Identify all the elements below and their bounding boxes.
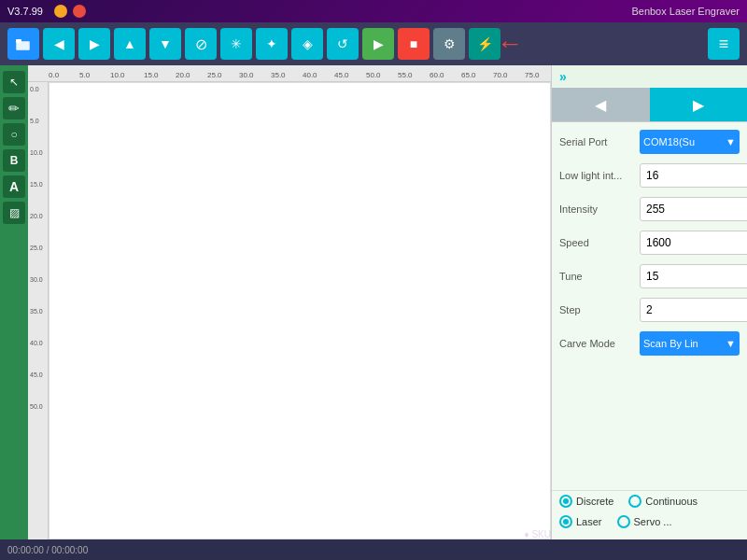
ruler-v-45: 45.0	[30, 371, 43, 378]
text-bold-tool[interactable]: B	[3, 149, 25, 172]
version-label: V3.7.99	[7, 6, 43, 17]
ruler-v-20: 20.0	[30, 213, 43, 219]
servo-radio[interactable]: Servo ...	[617, 515, 672, 528]
discrete-radio-circle	[559, 495, 572, 508]
discrete-continuous-row: Discrete Continuous	[559, 495, 740, 508]
text-tool[interactable]: A	[3, 175, 25, 198]
lightning-button[interactable]: ⚡	[469, 28, 500, 60]
ruler-tick-70: 70.0	[493, 71, 508, 79]
circle-tool[interactable]: ○	[3, 123, 25, 146]
ruler-tick-50: 50.0	[366, 71, 381, 79]
servo-label: Servo ...	[634, 516, 672, 527]
ruler-v-40: 40.0	[30, 340, 43, 346]
step-row: Step	[559, 298, 740, 322]
arrow-indicator: ←	[497, 31, 523, 57]
ruler-v-15: 15.0	[30, 181, 43, 188]
settings-button[interactable]: ⚙	[433, 28, 465, 60]
laser-servo-row: Laser Servo ...	[559, 515, 740, 528]
serial-port-row: Serial Port COM18(Su ▼	[559, 130, 740, 154]
ruler-left: 0.0 5.0 10.0 15.0 20.0 25.0 30.0 35.0 40…	[28, 82, 49, 539]
play-button[interactable]: ▶	[362, 28, 394, 60]
star-button[interactable]: ✦	[256, 28, 288, 60]
ruler-tick-75: 75.0	[525, 71, 540, 79]
chevron-down-icon: ▼	[726, 136, 736, 147]
svg-rect-2	[16, 39, 21, 43]
ruler-tick-40: 40.0	[303, 71, 317, 79]
next-button[interactable]: ▶	[78, 28, 110, 60]
select-tool[interactable]: ↖	[3, 71, 25, 93]
step-input[interactable]	[640, 298, 747, 322]
discrete-label: Discrete	[576, 496, 613, 507]
move-up-button[interactable]: ▲	[114, 28, 146, 60]
step-label: Step	[559, 304, 634, 315]
ruler-top: 0.0 5.0 10.0 15.0 20.0 25.0 30.0 35.0 40…	[28, 65, 551, 82]
ruler-tick-15: 15.0	[144, 71, 159, 79]
diamond-button[interactable]: ◈	[291, 28, 323, 60]
laser-radio[interactable]: Laser	[559, 515, 602, 528]
speed-input[interactable]	[640, 231, 747, 255]
continuous-label: Continuous	[645, 496, 698, 507]
intensity-label: Intensity	[559, 203, 634, 215]
continuous-radio-circle	[628, 495, 641, 508]
main-area: ↖ ✏ ○ B A ▨ 0.0 5.0 10.0 15.0 20.0 25.0 …	[0, 65, 747, 539]
carve-mode-label: Carve Mode	[559, 338, 634, 349]
titlebar-left: V3.7.99	[7, 5, 86, 18]
carve-mode-select[interactable]: Scan By Lin ▼	[640, 331, 740, 356]
right-panel: » ◀ ▶ Serial Port COM18(Su ▼ Low light i…	[551, 65, 747, 539]
ruler-tick-0: 0.0	[49, 71, 59, 79]
low-light-row: Low light int...	[559, 163, 740, 188]
low-light-input[interactable]	[640, 163, 747, 188]
ruler-v-30: 30.0	[30, 276, 43, 283]
panel-prev-button[interactable]: ◀	[552, 88, 650, 121]
titlebar: V3.7.99 Benbox Laser Engraver	[0, 0, 747, 22]
minimize-button[interactable]	[54, 5, 67, 18]
circle-button[interactable]: ⊘	[185, 28, 217, 60]
panel-next-button[interactable]: ▶	[650, 88, 748, 121]
close-button[interactable]	[73, 5, 86, 18]
canvas-content[interactable]	[49, 82, 551, 539]
ruler-tick-10: 10.0	[110, 71, 125, 79]
discrete-radio[interactable]: Discrete	[559, 495, 613, 508]
app-title: Benbox Laser Engraver	[631, 6, 740, 17]
asterisk-button[interactable]: ✳	[220, 28, 252, 60]
stop-button[interactable]: ■	[398, 28, 430, 60]
intensity-row: Intensity	[559, 197, 740, 221]
move-down-button[interactable]: ▼	[149, 28, 181, 60]
panel-expand-icon[interactable]: »	[559, 69, 567, 84]
ruler-v-25: 25.0	[30, 245, 43, 251]
rotate-button[interactable]: ↺	[327, 28, 359, 60]
menu-button[interactable]: ≡	[708, 28, 740, 60]
image-tool[interactable]: ▨	[3, 202, 25, 224]
pen-tool[interactable]: ✏	[3, 97, 25, 119]
ruler-tick-35: 35.0	[271, 71, 286, 79]
open-file-button[interactable]	[7, 28, 39, 60]
serial-port-select[interactable]: COM18(Su ▼	[640, 130, 740, 154]
laser-radio-circle	[559, 515, 572, 528]
panel-fields: Serial Port COM18(Su ▼ Low light int... …	[552, 122, 747, 490]
ruler-v-35: 35.0	[30, 308, 43, 315]
ruler-tick-45: 45.0	[334, 71, 349, 79]
canvas-area[interactable]: 0.0 5.0 10.0 15.0 20.0 25.0 30.0 35.0 40…	[28, 65, 551, 539]
watermark: ♦ SKU	[525, 529, 551, 539]
speed-label: Speed	[559, 237, 634, 248]
intensity-input[interactable]	[640, 197, 747, 221]
serial-port-label: Serial Port	[559, 136, 634, 147]
carve-mode-row: Carve Mode Scan By Lin ▼	[559, 331, 740, 356]
ruler-tick-65: 65.0	[461, 71, 476, 79]
panel-nav: ◀ ▶	[552, 88, 747, 122]
low-light-label: Low light int...	[559, 170, 634, 181]
tune-input[interactable]	[640, 264, 747, 288]
left-toolbar: ↖ ✏ ○ B A ▨	[0, 65, 28, 539]
ruler-v-5: 5.0	[30, 118, 39, 124]
tune-row: Tune	[559, 264, 740, 288]
panel-header: »	[552, 65, 747, 88]
laser-label: Laser	[576, 516, 602, 527]
prev-button[interactable]: ◀	[43, 28, 75, 60]
continuous-radio[interactable]: Continuous	[628, 495, 698, 508]
ruler-tick-30: 30.0	[239, 71, 254, 79]
ruler-v-10: 10.0	[30, 149, 43, 156]
ruler-tick-25: 25.0	[207, 71, 222, 79]
tune-label: Tune	[559, 271, 634, 282]
ruler-tick-20: 20.0	[176, 71, 190, 79]
ruler-v-0: 0.0	[30, 86, 39, 92]
